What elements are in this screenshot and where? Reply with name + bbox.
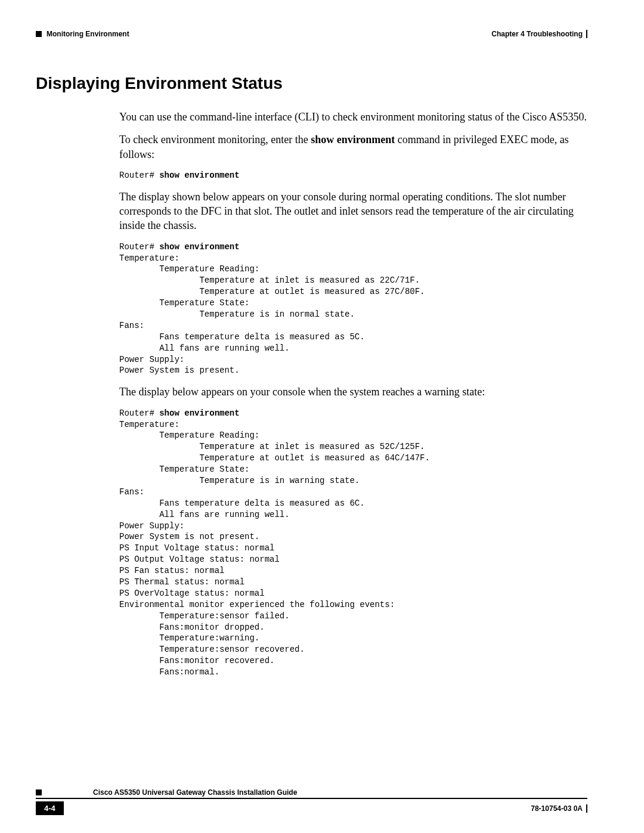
footer-guide-title: Cisco AS5350 Universal Gateway Chassis I…	[93, 788, 297, 797]
footer-bottom: 4-4 78-10754-03 0A	[36, 801, 587, 815]
square-icon	[36, 789, 42, 795]
code1-cmd: show environment	[159, 171, 239, 180]
code-block-3: Router# show environment Temperature: Te…	[119, 408, 587, 678]
code2-body: Temperature: Temperature Reading: Temper…	[119, 253, 425, 376]
page: Monitoring Environment Chapter 4 Trouble…	[0, 0, 644, 833]
header-left: Monitoring Environment	[36, 30, 129, 38]
code2-prompt: Router#	[119, 242, 159, 252]
intro-paragraph-2: To check environment monitoring, enter t…	[119, 132, 587, 162]
page-title: Displaying Environment Status	[36, 74, 587, 93]
header-right: Chapter 4 Troubleshooting	[491, 30, 587, 38]
p1b-pre: To check environment monitoring, enter t…	[119, 134, 311, 145]
paragraph-2: The display shown below appears on your …	[119, 190, 587, 233]
page-footer: Cisco AS5350 Universal Gateway Chassis I…	[36, 788, 587, 815]
square-icon	[36, 31, 42, 37]
code-block-1: Router# show environment	[119, 170, 587, 181]
vertical-bar-icon	[586, 804, 587, 813]
code-block-2: Router# show environment Temperature: Te…	[119, 241, 587, 377]
page-header: Monitoring Environment Chapter 4 Trouble…	[36, 30, 587, 38]
code3-cmd: show environment	[159, 408, 239, 418]
code3-prompt: Router#	[119, 408, 159, 418]
doc-id-text: 78-10754-03 0A	[531, 804, 583, 813]
p1b-cmd: show environment	[311, 134, 395, 145]
intro-paragraph-1: You can use the command-line interface (…	[119, 110, 587, 124]
page-number: 4-4	[36, 801, 64, 815]
code2-cmd: show environment	[159, 242, 239, 252]
paragraph-3: The display below appears on your consol…	[119, 385, 587, 399]
header-chapter: Chapter 4 Troubleshooting	[491, 30, 583, 38]
code3-body: Temperature: Temperature Reading: Temper…	[119, 420, 430, 677]
doc-id: 78-10754-03 0A	[531, 804, 587, 813]
vertical-bar-icon	[586, 30, 587, 38]
footer-rule: Cisco AS5350 Universal Gateway Chassis I…	[36, 788, 587, 799]
code1-prompt: Router#	[119, 171, 159, 180]
header-section: Monitoring Environment	[47, 30, 129, 38]
